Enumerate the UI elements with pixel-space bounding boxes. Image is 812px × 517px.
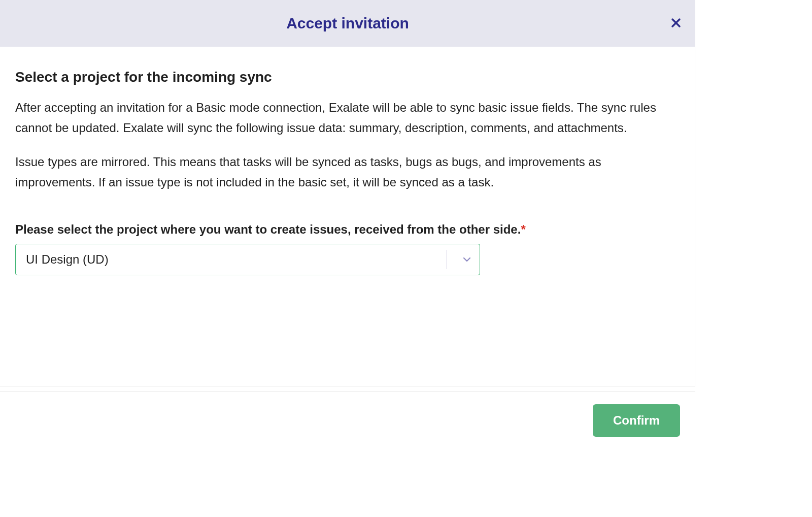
section-title: Select a project for the incoming sync	[15, 69, 680, 85]
confirm-button[interactable]: Confirm	[593, 404, 680, 437]
description-paragraph-1: After accepting an invitation for a Basi…	[15, 98, 680, 138]
accept-invitation-dialog: Accept invitation Select a project for t…	[0, 0, 695, 449]
project-select[interactable]: UI Design (UD)	[15, 244, 480, 275]
dialog-header: Accept invitation	[0, 0, 695, 47]
project-select-caret	[454, 254, 480, 265]
chevron-down-icon	[462, 254, 472, 265]
close-icon	[671, 18, 681, 28]
dialog-footer: Confirm	[0, 392, 695, 449]
project-select-label: Please select the project where you want…	[15, 222, 680, 237]
project-select-value: UI Design (UD)	[26, 252, 447, 267]
dialog-title: Accept invitation	[286, 15, 409, 32]
required-marker: *	[521, 222, 525, 236]
description-paragraph-2: Issue types are mirrored. This means tha…	[15, 152, 680, 192]
select-divider	[447, 250, 447, 269]
footer-separator	[0, 386, 695, 392]
close-button[interactable]	[671, 16, 681, 30]
project-select-label-text: Please select the project where you want…	[15, 222, 521, 236]
dialog-body: Select a project for the incoming sync A…	[0, 47, 695, 386]
